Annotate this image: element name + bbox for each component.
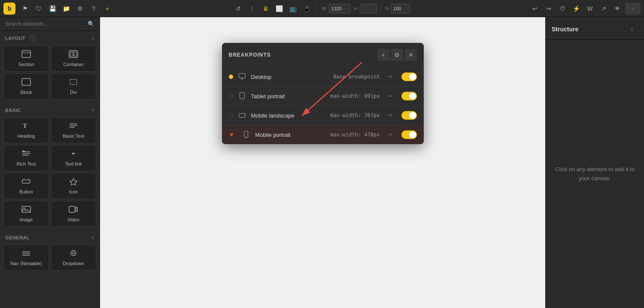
bp-name-mobile-landscape: Mobile landscape (251, 112, 325, 119)
toolbar-external-btn[interactable]: ↗ (598, 3, 610, 15)
basic-section-header[interactable]: BASIC ∨ (0, 103, 100, 115)
div-icon (69, 78, 78, 87)
toolbar-preview-btn[interactable]: 👁 (611, 3, 623, 15)
zoom-input[interactable] (391, 4, 410, 13)
bp-edit-mobile-portrait[interactable]: ✏ (389, 132, 393, 138)
element-container[interactable]: Container (51, 45, 96, 72)
toolbar-shield-btn[interactable]: 🛡 (33, 3, 45, 15)
rich-text-label: Rich Text (16, 161, 36, 166)
width-label: W (320, 6, 328, 11)
toolbar-deploy-btn[interactable]: ⚡ (570, 3, 582, 15)
bp-desktop-device-icon (238, 73, 246, 81)
general-section-header[interactable]: GENERAL ∨ (0, 230, 100, 243)
toolbar-settings-btn[interactable]: ⚙ (74, 3, 86, 15)
element-basic-text[interactable]: Basic Text (51, 117, 96, 143)
toolbar-add-btn[interactable]: + (101, 3, 113, 15)
element-rich-text[interactable]: Rich Text (3, 145, 49, 171)
svg-rect-6 (70, 79, 77, 85)
right-panel-content: Click on any element to add it to your c… (546, 40, 644, 308)
layout-grid: Section Container Block Div (0, 44, 100, 103)
basic-section-toggle: ∨ (91, 107, 94, 113)
element-text-link[interactable]: Text link (51, 145, 96, 171)
basic-text-label: Basic Text (63, 133, 84, 139)
element-image[interactable]: Image (3, 201, 49, 227)
element-nav[interactable]: Nav (Nestable) (3, 245, 49, 271)
element-section[interactable]: Section (3, 45, 49, 72)
toolbar-height-group: H (352, 4, 377, 13)
sidebar: 🔍 LAYOUT i ∨ Section Container (0, 17, 100, 308)
search-input[interactable] (5, 21, 84, 27)
text-link-icon (69, 150, 78, 159)
container-label: Container (63, 62, 84, 67)
right-panel-action-btn[interactable]: ↑ (626, 23, 638, 35)
breakpoints-modal: BREAKPOINTS + ⚙ ✕ Desktop Base breakpoin… (222, 43, 424, 144)
toolbar-mobile-btn[interactable]: 📱 (301, 3, 313, 15)
bp-constraint-tablet-portrait: max-width: 991px (330, 93, 380, 99)
toolbar-center: ↺ ⋮ 🖥 ⬜ 📺 📱 W H % (232, 3, 410, 15)
toolbar-wordpress-btn[interactable]: W (584, 3, 596, 15)
bp-toggle-tablet-portrait[interactable] (401, 92, 417, 100)
bp-dot-tablet-portrait (229, 94, 233, 98)
toolbar: b ⚑ 🛡 💾 📁 ⚙ ? + ↺ ⋮ 🖥 ⬜ 📺 📱 W H % ↩ ↪ ⏱ … (0, 0, 644, 17)
toolbar-redo-btn[interactable]: ↪ (543, 3, 555, 15)
bp-edit-desktop[interactable]: ✏ (389, 74, 393, 80)
basic-text-icon (69, 122, 78, 131)
dropdown-icon (69, 249, 78, 258)
video-icon (69, 205, 78, 214)
element-dropdown[interactable]: Dropdown (51, 245, 96, 271)
toolbar-save-btn[interactable]: 💾 (46, 3, 58, 15)
bp-name-tablet-portrait: Tablet portrait (251, 93, 325, 100)
svg-point-34 (246, 136, 247, 137)
svg-rect-5 (22, 79, 30, 85)
bp-edit-tablet-portrait[interactable]: ✏ (389, 93, 393, 99)
svg-rect-15 (22, 180, 30, 183)
toolbar-help-btn[interactable]: ? (88, 3, 100, 15)
heading-label: Heading (18, 133, 35, 139)
bp-tablet-portrait-device-icon (238, 92, 246, 100)
section-label: Section (18, 62, 34, 67)
bp-active-dot-desktop (229, 75, 233, 79)
basic-grid: T Heading Basic Text Rich Text (0, 115, 100, 230)
div-label: Div (70, 90, 77, 95)
toolbar-bookmark-btn[interactable]: ⚑ (19, 3, 31, 15)
toolbar-history-btn[interactable]: ⏱ (556, 3, 568, 15)
element-icon-item[interactable]: Icon (51, 173, 96, 199)
toolbar-desktop-btn[interactable]: 🖥 (260, 3, 272, 15)
icon-element-icon (69, 178, 78, 187)
logo[interactable]: b (3, 3, 15, 15)
bp-mobile-portrait-device-icon (242, 131, 250, 139)
svg-point-24 (73, 252, 75, 254)
modal-close-btn[interactable]: ✕ (405, 49, 417, 61)
svg-point-30 (242, 97, 243, 98)
modal-title: BREAKPOINTS (229, 52, 271, 58)
layout-section-header[interactable]: LAYOUT i ∨ (0, 31, 100, 44)
bp-toggle-desktop[interactable] (401, 72, 417, 81)
bp-toggle-mobile-portrait[interactable] (401, 130, 417, 139)
toolbar-tablet-btn[interactable]: ⬜ (273, 3, 286, 15)
element-video[interactable]: Video (51, 201, 96, 227)
svg-rect-19 (69, 206, 75, 212)
bp-toggle-mobile-landscape[interactable] (401, 111, 417, 120)
image-icon (21, 205, 31, 214)
modal-add-btn[interactable]: + (377, 49, 389, 61)
modal-actions: + ⚙ ✕ (377, 49, 417, 61)
toolbar-refresh-btn[interactable]: ↺ (232, 3, 244, 15)
layout-info-icon: i (30, 35, 36, 41)
toolbar-more-btn[interactable]: ⋮ (246, 3, 258, 15)
toolbar-undo-btn[interactable]: ↩ (529, 3, 541, 15)
element-block[interactable]: Block (3, 73, 49, 100)
element-button[interactable]: Button (3, 173, 49, 199)
bp-edit-mobile-landscape[interactable]: ✏ (389, 112, 393, 118)
toolbar-publish-btn[interactable]: ↑ (625, 3, 641, 15)
toolbar-folder-btn[interactable]: 📁 (60, 3, 72, 15)
svg-rect-0 (22, 51, 30, 57)
element-heading[interactable]: T Heading (3, 117, 49, 143)
element-div[interactable]: Div (51, 73, 96, 100)
height-input[interactable] (360, 4, 377, 13)
modal-header: BREAKPOINTS + ⚙ ✕ (222, 43, 424, 67)
modal-settings-btn[interactable]: ⚙ (391, 49, 403, 61)
bp-mobile-landscape-device-icon (238, 112, 246, 119)
width-input[interactable] (329, 4, 350, 13)
toolbar-monitor-btn[interactable]: 📺 (287, 3, 299, 15)
bp-constraint-desktop: Base breakpoint (333, 74, 380, 80)
